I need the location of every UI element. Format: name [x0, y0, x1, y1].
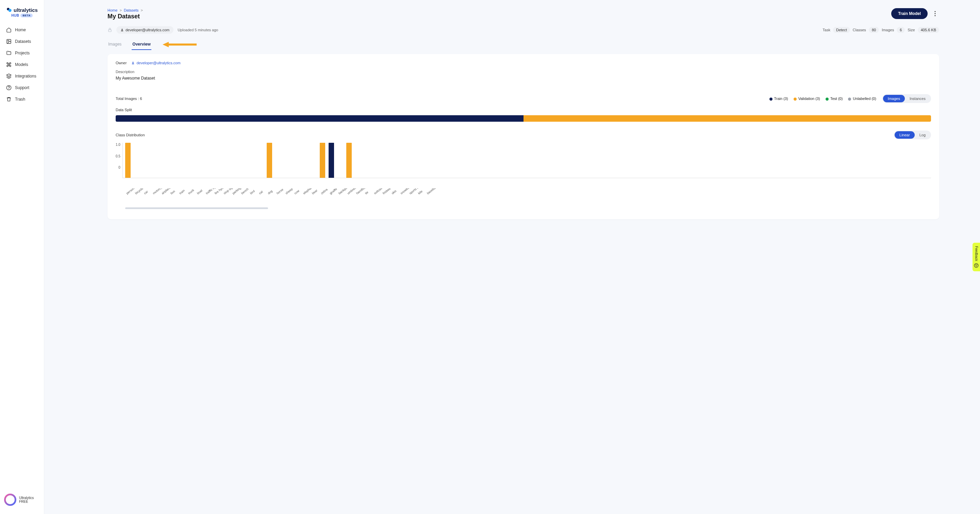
bar-col — [389, 143, 398, 178]
owner-chip[interactable]: developer@ultralytics.com — [116, 26, 173, 34]
svg-marker-12 — [162, 42, 197, 47]
smiley-icon — [974, 263, 978, 268]
legend-val: Validation (3) — [799, 97, 820, 101]
user-icon — [121, 28, 124, 32]
crumb-home[interactable]: Home — [108, 8, 117, 12]
toggle-images[interactable]: Images — [883, 95, 905, 102]
beta-badge: BETA — [21, 14, 32, 17]
ytick: 1.0 — [116, 143, 121, 146]
bar-col — [239, 143, 247, 178]
svg-point-1 — [8, 9, 11, 12]
bar-col — [327, 143, 336, 178]
ytick: 0.5 — [116, 154, 121, 158]
footer-org: Ultralytics — [19, 496, 34, 500]
trash-icon — [6, 97, 11, 102]
sidebar: ultralytics HUB BETA Home Datasets Proje… — [0, 0, 44, 514]
footer-plan: FREE — [19, 500, 34, 503]
page-title: My Dataset — [108, 13, 144, 20]
x-label: baseball bat — [426, 188, 439, 198]
desc-text: My Awesome Dataset — [116, 76, 931, 81]
y-axis: 1.0 0.5 0 — [116, 143, 123, 178]
tabs: Images Overview — [108, 40, 939, 50]
folder-icon — [6, 50, 11, 56]
bar-col — [362, 143, 371, 178]
nav-projects[interactable]: Projects — [0, 47, 44, 59]
nav-label: Projects — [15, 51, 30, 56]
toggle-instances[interactable]: Instances — [905, 95, 930, 102]
images-instances-toggle: Images Instances — [882, 94, 931, 103]
svg-marker-4 — [6, 74, 11, 76]
breadcrumb: Home > Datasets > — [108, 8, 144, 12]
owner-chip-text: developer@ultralytics.com — [126, 28, 169, 32]
avatar — [4, 493, 16, 506]
logo-icon — [6, 7, 12, 13]
nav-support[interactable]: Support — [0, 82, 44, 94]
toggle-linear[interactable]: Linear — [895, 131, 915, 139]
brand-sub: HUB — [11, 14, 19, 17]
more-menu-button[interactable] — [931, 10, 939, 17]
bar-col — [141, 143, 150, 178]
feedback-label: Feedback — [975, 246, 978, 261]
nav-label: Models — [15, 62, 28, 67]
nav-integrations[interactable]: Integrations — [0, 70, 44, 82]
nav-datasets[interactable]: Datasets — [0, 36, 44, 47]
bar-col — [168, 143, 177, 178]
overview-card: Owner developer@ultralytics.com Descript… — [108, 54, 939, 219]
nav-home[interactable]: Home — [0, 24, 44, 36]
bar — [125, 143, 130, 178]
bar-col — [291, 143, 301, 178]
svg-rect-10 — [108, 30, 111, 32]
bar-col — [177, 143, 185, 178]
train-model-button[interactable]: Train Model — [891, 8, 928, 19]
bar-col — [159, 143, 168, 178]
split-val — [523, 115, 931, 122]
help-icon — [6, 85, 11, 90]
nav-label: Support — [15, 85, 29, 90]
logo[interactable]: ultralytics HUB BETA — [0, 5, 44, 24]
stat-images-label: Images — [882, 28, 894, 32]
nav-trash[interactable]: Trash — [0, 94, 44, 105]
nav-label: Trash — [15, 97, 25, 102]
nav-label: Home — [15, 27, 26, 32]
nav-label: Integrations — [15, 74, 37, 79]
nav-models[interactable]: Models — [0, 59, 44, 70]
data-split-bar — [116, 115, 931, 122]
stat-images: 6 — [897, 27, 905, 33]
sidebar-footer[interactable]: Ultralytics FREE — [0, 490, 44, 509]
bar-col — [318, 143, 327, 178]
image-icon — [6, 39, 11, 44]
owner-label: Owner — [116, 61, 127, 65]
svg-point-13 — [133, 62, 134, 63]
bar-col — [185, 143, 194, 178]
bar — [320, 143, 325, 178]
bar-col — [230, 143, 239, 178]
bar-col — [371, 143, 380, 178]
toggle-log[interactable]: Log — [915, 131, 930, 139]
bar-col — [212, 143, 221, 178]
bar-col — [336, 143, 345, 178]
home-icon — [6, 27, 11, 33]
tab-overview[interactable]: Overview — [132, 40, 151, 50]
feedback-tab[interactable]: Feedback — [972, 243, 980, 271]
user-icon — [131, 61, 135, 65]
bar-col — [353, 143, 362, 178]
svg-point-9 — [934, 15, 935, 16]
command-icon — [6, 62, 11, 67]
linear-log-toggle: Linear Log — [894, 130, 931, 140]
chart-scrollbar[interactable] — [125, 207, 268, 209]
crumb-datasets[interactable]: Datasets — [124, 8, 138, 12]
total-images: Total Images : 6 — [116, 97, 142, 101]
kebab-icon — [934, 11, 936, 16]
owner-value[interactable]: developer@ultralytics.com — [131, 61, 180, 65]
stat-size-label: Size — [908, 28, 915, 32]
svg-point-8 — [934, 13, 935, 14]
bar-col — [398, 143, 406, 178]
svg-point-6 — [9, 89, 9, 89]
legend-unl: Unlabelled (0) — [853, 97, 876, 101]
bar-col — [203, 143, 212, 178]
plot-area[interactable] — [123, 143, 931, 178]
tab-images[interactable]: Images — [108, 40, 122, 50]
lock-icon — [108, 27, 112, 32]
bar-col — [124, 143, 132, 178]
legend-train: Train (3) — [774, 97, 788, 101]
